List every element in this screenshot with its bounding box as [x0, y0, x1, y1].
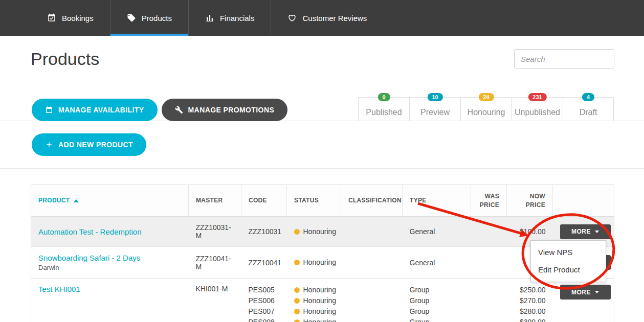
cell-was-price [471, 217, 507, 247]
nav-tab-bookings[interactable]: Bookings [31, 0, 110, 36]
status-tab-label: Published [366, 108, 402, 117]
bar-chart-icon [205, 13, 214, 22]
add-new-product-label: ADD NEW PRODUCT [58, 141, 133, 149]
calendar-icon [45, 106, 53, 114]
cell-actions: MORE [553, 279, 614, 322]
nav-tab-products[interactable]: Products [110, 0, 188, 36]
status-tab-label: Draft [580, 108, 597, 117]
product-subtitle: Darwin [38, 264, 182, 271]
cell-master: ZZZ10031-M [189, 217, 241, 247]
cell-product: Snowboarding Safari - 2 Days Darwin [31, 247, 189, 279]
column-header-actions [553, 185, 614, 217]
count-badge: 231 [528, 93, 546, 101]
product-link[interactable]: Automation Test - Redemption [38, 227, 142, 236]
count-badge: 10 [427, 93, 442, 101]
cell-status: Honouring [287, 217, 341, 247]
page-header: Products [0, 36, 644, 82]
more-button[interactable]: MORE [560, 285, 611, 300]
cell-product: Automation Test - Redemption [31, 217, 189, 247]
manage-availability-button[interactable]: MANAGE AVAILABILITY [32, 99, 158, 121]
sort-ascending-icon [74, 199, 79, 202]
status-tab-label: Preview [420, 108, 450, 117]
nav-tab-label: Financials [220, 14, 255, 22]
table-header-row: PRODUCT MASTER CODE STATUS CLASSIFICATIO… [31, 185, 614, 217]
chevron-down-icon [595, 291, 599, 293]
nav-tab-label: Customer Reviews [302, 14, 367, 22]
cell-was-price [471, 279, 507, 322]
table-row: Test KHI001 KHI001-M PES005 PES006 PES00… [31, 279, 614, 322]
product-link[interactable]: Test KHI001 [38, 285, 80, 293]
more-button[interactable]: MORE [560, 224, 611, 239]
column-header-type[interactable]: TYPE [403, 185, 471, 217]
cell-status: Honouring [287, 247, 341, 279]
cell-type: General [403, 247, 471, 279]
manage-promotions-button[interactable]: MANAGE PROMOTIONS [162, 99, 288, 121]
status-tab-unpublished[interactable]: 231 Unpublished [512, 97, 563, 121]
status-tab-published[interactable]: 0 Published [358, 97, 409, 121]
nav-tab-label: Products [142, 14, 172, 22]
calendar-icon [47, 13, 56, 22]
nav-tab-financials[interactable]: Financials [188, 0, 271, 36]
status-tab-label: Unpublished [515, 108, 560, 117]
status-dot [294, 309, 300, 314]
wrench-icon [175, 106, 183, 114]
status-dot [294, 260, 300, 265]
status-tabs: 0 Published 10 Preview 24 Honouring 231 … [358, 97, 614, 121]
status-tab-preview[interactable]: 10 Preview [409, 97, 460, 121]
plus-icon [45, 141, 53, 149]
chevron-down-icon [595, 231, 599, 233]
cell-classification [341, 247, 403, 279]
status-tab-draft[interactable]: 4 Draft [563, 97, 614, 121]
column-header-code[interactable]: CODE [241, 185, 287, 217]
cell-classification [341, 217, 403, 247]
column-header-classification[interactable]: CLASSIFICATION [341, 185, 403, 217]
add-product-band: ADD NEW PRODUCT [0, 121, 644, 169]
manage-promotions-label: MANAGE PROMOTIONS [188, 106, 275, 114]
cell-type: General [403, 217, 471, 247]
products-table: PRODUCT MASTER CODE STATUS CLASSIFICATIO… [31, 185, 614, 322]
menu-item-view-nps[interactable]: View NPS [531, 244, 606, 261]
cell-code: PES005 PES006 PES007 PES008 [241, 279, 287, 322]
tag-icon [127, 13, 136, 22]
column-header-now-price[interactable]: NOW PRICE [507, 185, 553, 217]
page-title: Products [31, 49, 99, 69]
menu-item-edit-product[interactable]: Edit Product [531, 261, 606, 279]
cell-now-price: $250.00 $270.00 $280.00 $300.00 [507, 279, 553, 322]
top-nav: Bookings Products Financials Customer Re… [0, 0, 644, 36]
cell-master: ZZZ10041-M [189, 247, 241, 279]
toolbar-buttons: MANAGE AVAILABILITY MANAGE PROMOTIONS [32, 99, 287, 121]
cell-type: Group Group Group Group [403, 279, 471, 322]
status-tab-honouring[interactable]: 24 Honouring [460, 97, 512, 121]
search-input[interactable] [514, 49, 614, 68]
status-dot [294, 229, 300, 235]
column-header-master[interactable]: MASTER [189, 185, 241, 217]
status-dot [294, 287, 300, 293]
product-link[interactable]: Snowboarding Safari - 2 Days [38, 254, 140, 262]
table-row: Automation Test - Redemption ZZZ10031-M … [31, 217, 614, 247]
column-header-status[interactable]: STATUS [287, 185, 341, 217]
cell-master: KHI001-M [189, 279, 241, 322]
nav-tab-label: Bookings [62, 14, 94, 22]
toolbar: MANAGE AVAILABILITY MANAGE PROMOTIONS 0 … [0, 82, 644, 121]
status-dot [294, 319, 300, 322]
cell-classification [341, 279, 403, 322]
cell-was-price [471, 247, 507, 279]
status-tab-label: Honouring [468, 108, 505, 117]
count-badge: 0 [377, 93, 390, 101]
count-badge: 24 [478, 93, 494, 101]
page: Bookings Products Financials Customer Re… [0, 0, 644, 322]
column-header-was-price[interactable]: WAS PRICE [471, 185, 507, 217]
column-header-product[interactable]: PRODUCT [31, 185, 189, 217]
add-new-product-button[interactable]: ADD NEW PRODUCT [32, 133, 146, 156]
heart-icon [287, 13, 297, 22]
cell-product: Test KHI001 [31, 279, 189, 322]
cell-code: ZZZ10031 [241, 217, 287, 247]
status-dot [294, 298, 300, 304]
nav-tab-customer-reviews[interactable]: Customer Reviews [271, 0, 383, 36]
count-badge: 4 [582, 93, 594, 101]
more-dropdown-menu: View NPS Edit Product [530, 240, 606, 282]
manage-availability-label: MANAGE AVAILABILITY [58, 106, 144, 114]
cell-code: ZZZ10041 [241, 247, 287, 279]
table-row: Snowboarding Safari - 2 Days Darwin ZZZ1… [31, 247, 614, 279]
cell-status: Honouring Honouring Honouring Honouring [287, 279, 341, 322]
